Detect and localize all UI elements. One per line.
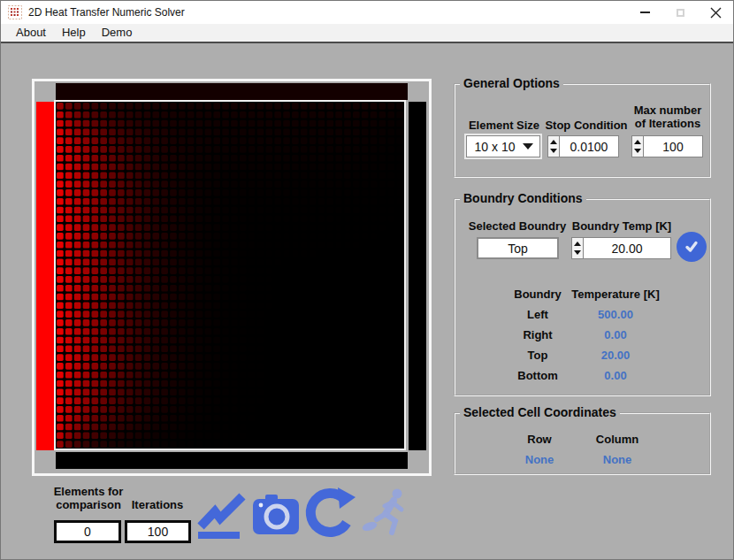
table-row-value: 0.00 (567, 328, 664, 341)
menu-help[interactable]: Help (54, 24, 94, 42)
heatmap-grid-frame (54, 100, 406, 450)
boundary-strip-bottom (56, 452, 408, 469)
general-options-group: General Options Element Size 10 x 10 Sto… (454, 83, 711, 178)
elements-for-comparison-field[interactable]: 0 (54, 520, 121, 543)
app-icon (8, 5, 22, 19)
element-size-combobox[interactable]: 10 x 10 (466, 135, 540, 157)
selected-boundry-value: Top (508, 242, 528, 256)
table-row-value: 0.00 (567, 369, 664, 382)
iterations-label: Iterations (122, 498, 193, 511)
heatmap-plot (32, 79, 432, 476)
boundry-conditions-group: Boundry Conditions Selected Boundry Top … (454, 198, 711, 396)
iterations-value: 100 (148, 525, 168, 539)
menu-about[interactable]: About (8, 24, 54, 42)
snapshot-button[interactable] (251, 490, 301, 541)
selected-boundry-label: Selected Boundry (464, 219, 570, 233)
spin-up-icon (574, 242, 581, 246)
stop-condition-spin-arrows[interactable] (547, 135, 559, 157)
max-iterations-label-line1: Max number (634, 104, 702, 117)
refresh-icon (304, 486, 359, 542)
heatmap-canvas[interactable] (56, 102, 404, 449)
boundry-temp-spinbox[interactable]: 20.00 (571, 237, 671, 259)
spin-down-icon (550, 149, 557, 153)
close-icon (710, 7, 722, 19)
runner-icon (362, 486, 409, 539)
stop-condition-spinbox[interactable]: 0.0100 (547, 135, 619, 157)
max-iterations-spin-arrows[interactable] (631, 135, 643, 157)
spin-down-icon (634, 149, 641, 153)
close-button[interactable] (698, 1, 733, 24)
general-options-title: General Options (460, 76, 563, 90)
minimize-icon (640, 12, 650, 13)
camera-icon (251, 490, 301, 538)
boundary-strip-top (56, 83, 408, 100)
boundry-conditions-title: Boundry Conditions (460, 191, 586, 205)
selected-cell-group: Selected Cell Coordinates Row Column Non… (454, 412, 711, 475)
title-bar: 2D Heat Transfer Numeric Solver (1, 1, 733, 24)
window-title: 2D Heat Transfer Numeric Solver (28, 6, 185, 19)
elements-for-comparison-value: 0 (84, 525, 91, 539)
max-iterations-label-line2: of Iterations (635, 117, 700, 130)
max-iterations-spinbox[interactable]: 100 (631, 135, 703, 157)
stop-condition-label: Stop Condition (542, 119, 631, 132)
check-icon (683, 238, 700, 256)
minimize-button[interactable] (627, 1, 662, 24)
selected-cell-title: Selected Cell Coordinates (460, 405, 620, 419)
table-row-value: 500.00 (567, 308, 664, 321)
maximize-button (662, 1, 698, 24)
selected-boundry-field[interactable]: Top (477, 237, 559, 259)
app-window: 2D Heat Transfer Numeric Solver About He… (0, 0, 734, 560)
menu-bar: About Help Demo (1, 24, 733, 43)
apply-boundry-button[interactable] (677, 232, 707, 262)
boundary-strip-right (409, 102, 426, 450)
boundary-strip-left (36, 102, 54, 450)
element-size-value: 10 x 10 (467, 140, 523, 154)
maximize-icon (677, 9, 684, 17)
plot-graph-button[interactable] (196, 488, 248, 543)
boundry-temp-label: Boundry Temp [K] (569, 219, 675, 233)
table-row-value: 20.00 (567, 349, 664, 362)
iterations-field[interactable]: 100 (125, 520, 191, 543)
element-size-label: Element Size (460, 119, 548, 132)
elements-label-line1: Elements for (54, 485, 124, 498)
max-iterations-value[interactable]: 100 (643, 135, 703, 157)
trend-chart-icon (196, 488, 248, 540)
run-solver-button[interactable] (362, 486, 409, 542)
spin-up-icon (550, 140, 557, 144)
stop-condition-value[interactable]: 0.0100 (559, 135, 619, 157)
menu-demo[interactable]: Demo (94, 24, 141, 42)
max-iterations-label: Max number of Iterations (623, 104, 712, 130)
elements-for-comparison-label: Elements for comparison (43, 485, 134, 511)
spin-up-icon (634, 140, 641, 144)
reset-button[interactable] (304, 486, 359, 546)
boundry-temp-value[interactable]: 20.00 (583, 237, 671, 259)
combobox-dropdown-icon (523, 143, 533, 150)
elements-label-line2: comparison (56, 498, 121, 511)
column-header: Column (569, 433, 666, 446)
spin-down-icon (574, 250, 581, 255)
column-value: None (569, 453, 666, 466)
boundry-temp-spin-arrows[interactable] (571, 237, 583, 259)
table-header-temperature: Temperature [K] (567, 288, 664, 301)
